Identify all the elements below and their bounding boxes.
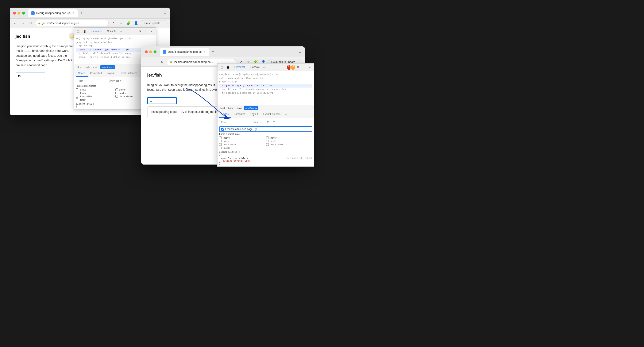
devtools-more-tabs-2[interactable]: >> bbox=[262, 66, 266, 69]
traffic-lights-2 bbox=[145, 50, 156, 53]
computed-tab-1[interactable]: Computed bbox=[88, 70, 104, 77]
state-target-1[interactable]: :target bbox=[76, 98, 114, 101]
cls-toggle-2[interactable]: .cls bbox=[259, 121, 262, 124]
computed-view-icon[interactable]: ⊟ bbox=[272, 120, 276, 125]
breadcrumb-input-2[interactable]: input#query bbox=[244, 106, 258, 110]
devtools-settings-icon-2[interactable]: ⚙ bbox=[296, 65, 300, 70]
state-focus-within-1[interactable]: :focus-within bbox=[76, 95, 114, 98]
devtools-more-icon-1[interactable]: ⋮ bbox=[143, 29, 148, 34]
close-button-2[interactable] bbox=[145, 50, 148, 53]
maximize-button-2[interactable] bbox=[154, 50, 156, 53]
tab-bar-1: Debug disappearing pop up × + ⌄ bbox=[28, 9, 167, 17]
state-focus-within-2[interactable]: :focus-within bbox=[219, 143, 265, 146]
devtools-tabs-2: Elements Console >> bbox=[232, 64, 266, 70]
minimize-button-2[interactable] bbox=[149, 50, 152, 53]
breadcrumb-main-1[interactable]: main bbox=[92, 66, 100, 69]
update-button-1[interactable]: Finish update ⋮ bbox=[141, 20, 168, 26]
tab-favicon-2 bbox=[163, 50, 166, 54]
state-visited-2[interactable]: :visited bbox=[266, 140, 312, 142]
devtools-tab-console-1[interactable]: Console bbox=[104, 28, 119, 34]
breadcrumb-input-1[interactable]: input#query bbox=[100, 66, 115, 69]
minimize-button-1[interactable] bbox=[18, 12, 20, 14]
breadcrumb-main-2[interactable]: main bbox=[236, 106, 243, 110]
bookmark-button-1[interactable]: ☆ bbox=[118, 20, 124, 26]
filter-input-2[interactable] bbox=[219, 120, 253, 124]
tab-dropdown-2[interactable]: ⌄ bbox=[298, 50, 302, 54]
breadcrumb-body-2[interactable]: body bbox=[227, 106, 234, 110]
devtools-tab-console-2[interactable]: Console bbox=[248, 64, 262, 70]
filter-input-1[interactable] bbox=[76, 79, 110, 83]
state-active-1[interactable]: :active bbox=[76, 88, 114, 91]
state-focus-1[interactable]: :focus bbox=[76, 92, 114, 94]
devtools-toolbar-1: ⬚ 📱 Elements Console >> ⚙ ⋮ × bbox=[74, 28, 156, 35]
add-style-icon-1[interactable]: + bbox=[120, 80, 121, 82]
devtools-device-icon[interactable]: 📱 bbox=[82, 29, 87, 34]
search-input-demo-1[interactable] bbox=[16, 72, 45, 79]
cls-toggle-1[interactable]: .cls bbox=[116, 80, 119, 82]
devtools-more-tabs-1[interactable]: >> bbox=[119, 30, 122, 33]
devtools-toolbar-2: ⬚ 📱 Elements Console >> 2 3 ⚙ ⋮ × bbox=[218, 64, 314, 71]
forward-button-1[interactable]: → bbox=[20, 20, 26, 26]
dt2-code-line-6: to inspect & debug me in DevTools.</p> bbox=[219, 91, 312, 95]
devtools-tab-elements-1[interactable]: Elements bbox=[88, 28, 104, 34]
styles-toolbar-2: :hov .cls + ⊞ ⊟ bbox=[219, 120, 312, 125]
state-hover-2[interactable]: :hover bbox=[266, 136, 312, 139]
emulate-focused-container: Emulate a focused page ? bbox=[219, 126, 312, 132]
state-target-2[interactable]: :target bbox=[219, 146, 265, 149]
dt2-code-line-highlighted[interactable]: <input id="query" type="text"> == $0 bbox=[219, 84, 312, 88]
extension-button-1[interactable]: 🧩 bbox=[126, 20, 132, 26]
back-button-1[interactable]: ← bbox=[12, 20, 18, 26]
styles-tabs-bar-2: Styles Computed Layout Event Listeners >… bbox=[218, 111, 314, 118]
devtools-select-icon[interactable]: ⬚ bbox=[76, 29, 81, 34]
devtools-device-icon-2[interactable]: 📱 bbox=[226, 65, 230, 70]
search-input-demo-2[interactable] bbox=[147, 97, 177, 104]
hov-toggle-2[interactable]: :hov bbox=[254, 121, 258, 124]
tab-close-1[interactable]: × bbox=[72, 12, 75, 14]
active-tab-2[interactable]: Debug disappearing pop up × bbox=[160, 48, 209, 56]
state-focus-2[interactable]: :focus bbox=[219, 140, 265, 142]
computed-tab-2[interactable]: Computed bbox=[231, 111, 248, 118]
styles-tab-2[interactable]: Styles bbox=[219, 111, 231, 118]
event-listeners-tab-1[interactable]: Event Listeners bbox=[117, 70, 140, 77]
forward-button-2[interactable]: → bbox=[152, 59, 157, 65]
tab-dropdown-1[interactable]: ⌄ bbox=[164, 11, 167, 16]
layout-view-icon[interactable]: ⊞ bbox=[266, 120, 271, 125]
emulate-help-icon[interactable]: ? bbox=[254, 128, 257, 130]
maximize-button-1[interactable] bbox=[22, 12, 25, 14]
reload-button-2[interactable]: ↻ bbox=[159, 59, 165, 65]
active-tab-1[interactable]: Debug disappearing pop up × bbox=[28, 9, 78, 17]
back-button-2[interactable]: ← bbox=[144, 59, 150, 65]
event-listeners-tab-2[interactable]: Event Listeners bbox=[260, 111, 283, 118]
state-active-2[interactable]: :active bbox=[219, 136, 265, 139]
warning-badge-2: 3 bbox=[291, 65, 295, 70]
devtools-close-icon-1[interactable]: × bbox=[149, 29, 154, 34]
devtools-tab-elements-2[interactable]: Elements bbox=[232, 64, 248, 70]
devtools-select-icon-2[interactable]: ⬚ bbox=[219, 65, 224, 70]
devtools-more-icon-2[interactable]: ⋮ bbox=[302, 65, 306, 70]
page-body-1: jec.fish 🌙 Imagine you want to debug the… bbox=[10, 28, 82, 115]
new-tab-button-2[interactable]: + bbox=[210, 49, 216, 55]
hov-toggle-1[interactable]: :hov bbox=[110, 80, 115, 82]
css-rule-element-2: element.style {} bbox=[219, 151, 312, 156]
address-bar-1[interactable]: 🔒 jec.fish/demo/disappearing-po... bbox=[35, 20, 109, 26]
tab-close-2[interactable]: × bbox=[203, 50, 206, 53]
breadcrumb-html-1[interactable]: html bbox=[76, 66, 83, 69]
add-style-icon-2[interactable]: + bbox=[263, 121, 264, 124]
state-focus-visible-2[interactable]: :focus-visible bbox=[266, 143, 312, 146]
styles-tab-1[interactable]: Styles bbox=[76, 70, 88, 77]
styles-more-tabs-2[interactable]: >> bbox=[283, 112, 288, 117]
breadcrumb-html-2[interactable]: html bbox=[219, 106, 226, 110]
address-security-icon-2: 🔒 bbox=[170, 60, 173, 64]
devtools-settings-icon-1[interactable]: ⚙ bbox=[137, 29, 142, 34]
profile-button-1[interactable]: 👤 bbox=[133, 20, 139, 26]
dt2-code-line-3: ▶ <p> == </p> bbox=[219, 80, 312, 84]
layout-tab-2[interactable]: Layout bbox=[248, 111, 260, 118]
new-tab-button-1[interactable]: + bbox=[78, 10, 84, 16]
reload-button-1[interactable]: ↻ bbox=[28, 20, 33, 26]
emulate-focused-checkbox[interactable] bbox=[221, 128, 224, 130]
breadcrumb-body-1[interactable]: body bbox=[84, 66, 91, 69]
share-button-1[interactable]: ↗ bbox=[110, 20, 116, 26]
devtools-close-icon-2[interactable]: × bbox=[307, 65, 312, 70]
close-button-1[interactable] bbox=[13, 12, 16, 14]
layout-tab-1[interactable]: Layout bbox=[104, 70, 117, 77]
